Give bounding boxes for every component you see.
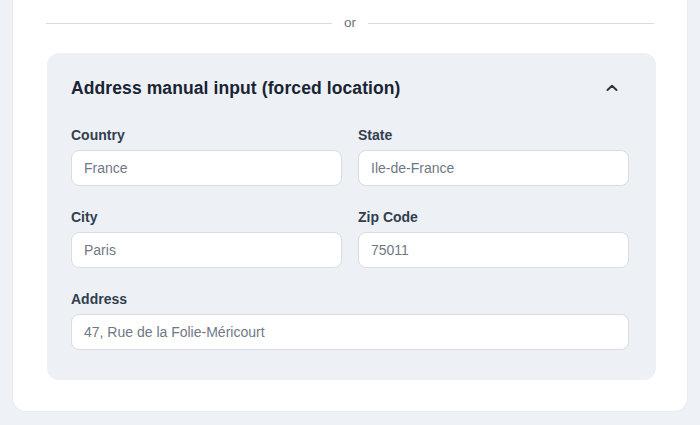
zip-code-field-group: Zip Code <box>358 209 629 268</box>
panel-title: Address manual input (forced location) <box>71 75 401 101</box>
country-input[interactable] <box>71 150 342 186</box>
address-manual-input-panel: Address manual input (forced location) C… <box>47 53 656 380</box>
divider-or-label: or <box>344 16 356 30</box>
or-divider: or <box>46 16 654 30</box>
divider-line-right <box>368 23 654 24</box>
city-field-group: City <box>71 209 342 268</box>
state-label: State <box>358 127 629 144</box>
country-field-group: Country <box>71 127 342 186</box>
state-input[interactable] <box>358 150 629 186</box>
address-form: Country State City Zip Code Address <box>71 127 629 350</box>
content-card: or Address manual input (forced location… <box>12 0 688 412</box>
city-label: City <box>71 209 342 226</box>
zip-code-label: Zip Code <box>358 209 629 226</box>
zip-code-input[interactable] <box>358 232 629 268</box>
divider-line-left <box>46 23 332 24</box>
city-input[interactable] <box>71 232 342 268</box>
collapse-panel-button[interactable] <box>601 77 623 99</box>
chevron-up-icon <box>606 84 618 92</box>
panel-header[interactable]: Address manual input (forced location) <box>71 75 629 101</box>
address-field-group: Address <box>71 291 629 350</box>
address-input[interactable] <box>71 314 629 350</box>
page-background: { "divider": { "label": "or" }, "panel":… <box>0 0 700 425</box>
state-field-group: State <box>358 127 629 186</box>
address-label: Address <box>71 291 629 308</box>
country-label: Country <box>71 127 342 144</box>
